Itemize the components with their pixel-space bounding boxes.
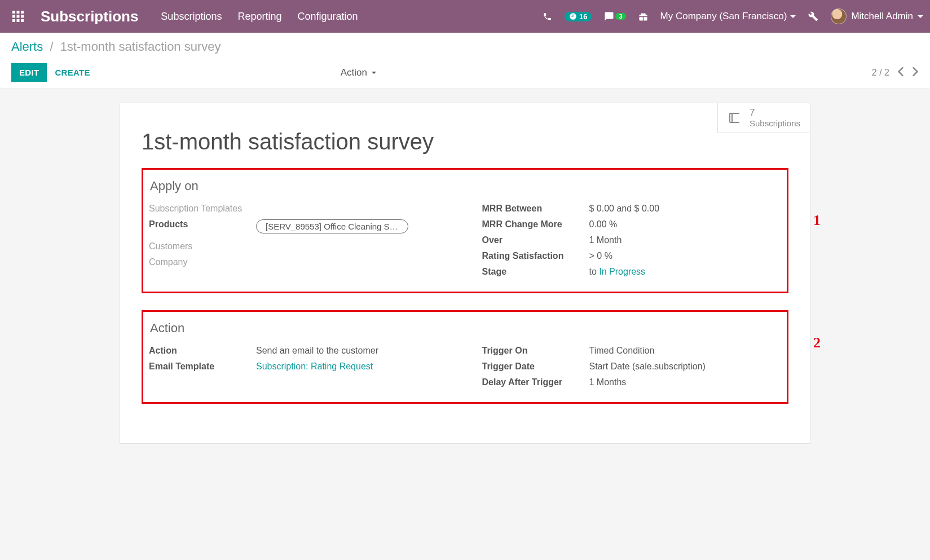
breadcrumb: Alerts / 1st-month satisfaction survey xyxy=(11,39,919,54)
label-trigger-date: Trigger Date xyxy=(482,361,589,372)
value-products: [SERV_89553] Office Cleaning Sub… xyxy=(256,219,437,236)
activities-count: 16 xyxy=(579,12,587,21)
breadcrumb-parent[interactable]: Alerts xyxy=(11,39,43,54)
label-over: Over xyxy=(482,235,589,245)
pager-prev[interactable] xyxy=(897,67,904,78)
value-rating: > 0 % xyxy=(589,251,782,261)
create-button[interactable]: CREATE xyxy=(47,63,98,82)
label-products: Products xyxy=(149,219,256,236)
label-mrr-change: MRR Change More xyxy=(482,219,589,230)
top-navbar: Subscriptions Subscriptions Reporting Co… xyxy=(0,0,930,33)
value-delay: 1 Months xyxy=(589,377,782,387)
label-rating: Rating Satisfaction xyxy=(482,251,589,261)
label-email-template: Email Template xyxy=(149,361,256,372)
pager-text: 2 / 2 xyxy=(872,68,889,78)
activities-badge[interactable]: 16 xyxy=(565,12,592,21)
company-switcher[interactable]: My Company (San Francisco) xyxy=(660,11,796,22)
book-icon xyxy=(728,111,742,125)
section-title-action: Action xyxy=(150,321,780,336)
annotation-2: 2 xyxy=(813,334,821,351)
action-dropdown[interactable]: Action xyxy=(341,67,376,78)
label-action: Action xyxy=(149,346,256,356)
label-trigger-on: Trigger On xyxy=(482,346,589,356)
svg-rect-5 xyxy=(21,15,24,18)
svg-rect-7 xyxy=(17,19,20,22)
action-dropdown-label: Action xyxy=(341,67,367,78)
value-trigger-date: Start Date (sale.subscription) xyxy=(589,361,782,372)
label-mrr-between: MRR Between xyxy=(482,204,589,214)
stage-to-text: to xyxy=(589,267,600,276)
nav-menu-subscriptions[interactable]: Subscriptions xyxy=(161,11,222,23)
user-name: Mitchell Admin xyxy=(851,11,913,22)
chevron-down-icon xyxy=(918,15,923,18)
value-trigger-on: Timed Condition xyxy=(589,346,782,356)
svg-rect-6 xyxy=(12,19,15,22)
apps-icon[interactable] xyxy=(7,5,29,28)
label-customers: Customers xyxy=(149,241,256,252)
value-email-template: Subscription: Rating Request xyxy=(256,361,437,372)
user-menu[interactable]: Mitchell Admin xyxy=(831,8,923,24)
label-subscription-templates: Subscription Templates xyxy=(149,204,256,214)
company-name: My Company (San Francisco) xyxy=(660,11,787,22)
pager: 2 / 2 xyxy=(872,67,919,78)
nav-menu: Subscriptions Reporting Configuration xyxy=(161,11,358,23)
svg-rect-0 xyxy=(12,11,15,14)
page-title: 1st-month satisfaction survey xyxy=(142,129,788,155)
svg-rect-8 xyxy=(21,19,24,22)
annotation-1: 1 xyxy=(813,212,821,229)
stage-link[interactable]: In Progress xyxy=(599,267,645,276)
svg-rect-4 xyxy=(17,15,20,18)
form-sheet: 7 Subscriptions 1st-month satisfaction s… xyxy=(120,103,810,444)
chevron-down-icon xyxy=(372,72,376,74)
svg-rect-1 xyxy=(17,11,20,14)
value-mrr-change: 0.00 % xyxy=(589,219,782,230)
messages-count: 3 xyxy=(615,13,625,20)
value-over: 1 Month xyxy=(589,235,782,245)
value-action: Send an email to the customer xyxy=(256,346,437,356)
label-delay: Delay After Trigger xyxy=(482,377,589,387)
debug-icon[interactable] xyxy=(808,11,818,21)
stat-count: 7 xyxy=(750,107,800,118)
value-customers xyxy=(256,241,437,252)
value-company xyxy=(256,257,437,267)
svg-rect-3 xyxy=(12,15,15,18)
nav-menu-reporting[interactable]: Reporting xyxy=(237,11,281,23)
nav-menu-configuration[interactable]: Configuration xyxy=(297,11,358,23)
gift-icon[interactable] xyxy=(638,12,648,21)
phone-icon[interactable] xyxy=(543,12,552,21)
label-company: Company xyxy=(149,257,256,267)
edit-button[interactable]: EDIT xyxy=(11,63,47,82)
label-stage: Stage xyxy=(482,267,589,277)
pager-next[interactable] xyxy=(912,67,919,78)
nav-right: 16 3 My Company (San Francisco) Mitchell… xyxy=(543,8,923,24)
app-title[interactable]: Subscriptions xyxy=(41,8,138,25)
product-tag[interactable]: [SERV_89553] Office Cleaning Sub… xyxy=(256,219,408,233)
breadcrumb-sep: / xyxy=(50,39,53,54)
control-bar: Alerts / 1st-month satisfaction survey E… xyxy=(0,33,930,89)
messages-icon[interactable]: 3 xyxy=(604,11,625,21)
chevron-down-icon xyxy=(790,15,796,18)
value-mrr-between: $ 0.00 and $ 0.00 xyxy=(589,204,782,214)
section-action: 2 Action Action Send an email to the cus… xyxy=(142,310,788,404)
stat-subscriptions[interactable]: 7 Subscriptions xyxy=(717,103,810,133)
email-template-link[interactable]: Subscription: Rating Request xyxy=(256,361,373,371)
breadcrumb-current: 1st-month satisfaction survey xyxy=(60,39,221,54)
avatar xyxy=(831,8,847,24)
section-apply-on: 1 Apply on Subscription Templates Produc… xyxy=(142,168,788,293)
section-title-apply-on: Apply on xyxy=(150,179,780,193)
stat-label: Subscriptions xyxy=(750,118,800,128)
value-subscription-templates xyxy=(256,204,437,214)
svg-rect-2 xyxy=(21,11,24,14)
value-stage: to In Progress xyxy=(589,267,782,277)
